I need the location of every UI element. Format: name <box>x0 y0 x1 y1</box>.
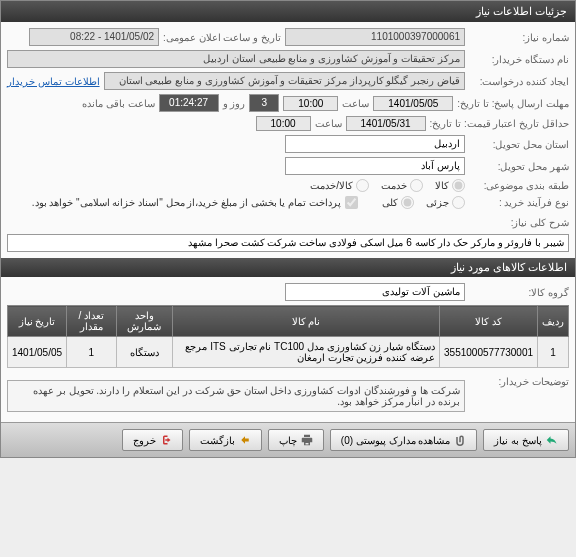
validity-date: 1401/05/31 <box>346 116 426 131</box>
buyer-org-label: نام دستگاه خریدار: <box>469 54 569 65</box>
deadline-label: مهلت ارسال پاسخ: تا تاریخ: <box>457 98 569 109</box>
purchase-type-radios: جزئی کلی <box>382 196 465 209</box>
footer-toolbar: پاسخ به نیاز مشاهده مدارک پیوستی (0) چاپ… <box>1 422 575 457</box>
window: جزئیات اطلاعات نیاز شماره نیاز: 11010003… <box>0 0 576 458</box>
return-button[interactable]: بازگشت <box>189 429 262 451</box>
payment-note: پرداخت تمام یا بخشی از مبلغ خرید،از محل … <box>32 197 341 208</box>
deadline-time: 10:00 <box>283 96 338 111</box>
remaining-days-label: روز و <box>223 98 246 109</box>
items-section-title: اطلاعات کالاهای مورد نیاز <box>1 258 575 277</box>
deadline-date: 1401/05/05 <box>373 96 453 111</box>
attachments-button[interactable]: مشاهده مدارک پیوستی (0) <box>330 429 478 451</box>
announce-label: تاریخ و ساعت اعلان عمومی: <box>163 32 281 43</box>
supply-class-label: طبقه بندی موضوعی: <box>469 180 569 191</box>
cell-qty: 1 <box>67 337 117 368</box>
respond-button[interactable]: پاسخ به نیاز <box>483 429 569 451</box>
reply-icon <box>546 434 558 446</box>
cell-row: 1 <box>538 337 569 368</box>
exit-icon <box>160 434 172 446</box>
print-icon <box>301 434 313 446</box>
radio-partial[interactable]: جزئی <box>426 196 465 209</box>
th-unit: واحد شمارش <box>116 306 173 337</box>
print-button[interactable]: چاپ <box>268 429 324 451</box>
contact-link[interactable]: اطلاعات تماس خریدار <box>7 76 100 87</box>
buyer-org-field: مرکز تحقیقات و آموزش کشاورزی و منابع طبی… <box>7 50 465 68</box>
requester-label: ایجاد کننده درخواست: <box>469 76 569 87</box>
remaining-days: 3 <box>249 94 279 112</box>
radio-both[interactable]: کالا/خدمت <box>310 179 369 192</box>
cell-date: 1401/05/05 <box>8 337 67 368</box>
delivery-province-label: استان محل تحویل: <box>469 139 569 150</box>
radio-total[interactable]: کلی <box>382 196 414 209</box>
radio-service[interactable]: خدمت <box>381 179 423 192</box>
need-title-label: شرح کلی نیاز: <box>469 217 569 228</box>
cell-code: 3551000577730001 <box>440 337 538 368</box>
titlebar: جزئیات اطلاعات نیاز <box>1 1 575 22</box>
group-label: گروه کالا: <box>469 287 569 298</box>
payment-checkbox[interactable] <box>345 196 358 209</box>
th-date: تاریخ نیاز <box>8 306 67 337</box>
th-qty: تعداد / مقدار <box>67 306 117 337</box>
requester-field: قیاض رنجبر گیگلو کارپرداز مرکز تحقیقات و… <box>104 72 465 90</box>
validity-time: 10:00 <box>256 116 311 131</box>
table-row: 1 3551000577730001 دستگاه شیار زن کشاورز… <box>8 337 569 368</box>
need-no-field: 1101000397000061 <box>285 28 465 46</box>
supply-class-radios: کالا خدمت کالا/خدمت <box>310 179 465 192</box>
th-code: کد کالا <box>440 306 538 337</box>
buyer-notes-field: شرکت ها و فورشندگان ادوات کشاورزی داخل ا… <box>7 380 465 412</box>
announce-field: 1401/05/02 - 08:22 <box>29 28 159 46</box>
th-row: ردیف <box>538 306 569 337</box>
remaining-time: 01:24:27 <box>159 94 219 112</box>
validity-time-label: ساعت <box>315 118 342 129</box>
items-table: ردیف کد کالا نام کالا واحد شمارش تعداد /… <box>7 305 569 368</box>
content-area: شماره نیاز: 1101000397000061 تاریخ و ساع… <box>1 22 575 422</box>
radio-goods[interactable]: کالا <box>435 179 465 192</box>
group-field: ماشین آلات تولیدی <box>285 283 465 301</box>
back-icon <box>239 434 251 446</box>
purchase-type-label: نوع فرآیند خرید : <box>469 197 569 208</box>
th-name: نام کالا <box>173 306 440 337</box>
cell-name: دستگاه شیار زن کشاورزی مدل TC100 نام تجا… <box>173 337 440 368</box>
delivery-city-label: شهر محل تحویل: <box>469 161 569 172</box>
buyer-notes-label: توضیحات خریدار: <box>469 376 569 387</box>
delivery-city-field: پارس آباد <box>285 157 465 175</box>
deadline-time-label: ساعت <box>342 98 369 109</box>
remaining-label: ساعت باقی مانده <box>82 98 155 109</box>
need-title-field: شیبر با فاروئر و مارکر حک دار کاسه 6 میل… <box>7 234 569 252</box>
need-no-label: شماره نیاز: <box>469 32 569 43</box>
validity-label: حداقل تاریخ اعتبار قیمت: تا تاریخ: <box>430 118 569 129</box>
exit-button[interactable]: خروج <box>122 429 183 451</box>
cell-unit: دستگاه <box>116 337 173 368</box>
attachment-icon <box>454 434 466 446</box>
delivery-province-field: اردبیل <box>285 135 465 153</box>
